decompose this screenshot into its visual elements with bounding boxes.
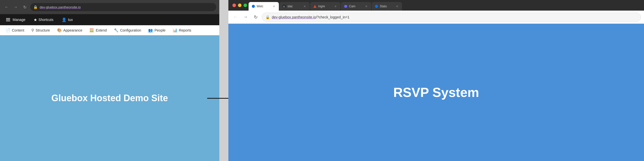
back-button[interactable]: ← [3, 4, 10, 11]
right-browser: Welc ✕ G slac ✕ ingre ✕ Cam ✕ [228, 0, 644, 161]
nav-appearance[interactable]: 🎨 Appearance [53, 25, 86, 35]
tabs-bar: Welc ✕ G slac ✕ ingre ✕ Cam ✕ [228, 0, 644, 11]
nav-configuration[interactable]: 🔧 Configuration [110, 25, 145, 35]
svg-point-3 [375, 5, 378, 8]
user-icon: 👤 [62, 17, 67, 22]
tab-favicon-slack: G [282, 5, 286, 8]
configuration-icon: 🔧 [114, 28, 119, 33]
tab-favicon-welcome [252, 5, 255, 8]
arrow-line [207, 98, 230, 99]
user-label: tux [68, 18, 73, 22]
security-icon: 🔒 [33, 5, 38, 9]
tab-label-welcome: Welc [257, 5, 270, 8]
right-refresh-button[interactable]: ↻ [252, 13, 260, 21]
address-bar-left[interactable]: 🔒 dev-gluebox.pantheonsite.io [30, 3, 216, 11]
tab-favicon-ingre [313, 5, 317, 8]
tab-cam[interactable]: Cam ✕ [341, 2, 371, 11]
minimize-window-button[interactable] [238, 4, 241, 7]
address-bar-right[interactable]: 🔒 dev-gluebox.pantheonsite.io/?check_log… [262, 13, 641, 22]
svg-marker-2 [313, 5, 316, 8]
extend-icon: 🧮 [89, 28, 94, 33]
nav-people-label: People [154, 28, 166, 32]
svg-point-0 [252, 5, 255, 8]
maximize-window-button[interactable] [244, 4, 247, 7]
nav-appearance-label: Appearance [63, 28, 83, 32]
address-text-right: dev-gluebox.pantheonsite.io/?check_logge… [272, 15, 350, 19]
manage-label: Manage [13, 18, 25, 22]
tab-slack[interactable]: G slac ✕ [279, 2, 310, 11]
left-browser: ← → ↻ 🔒 dev-gluebox.pantheonsite.io Mana… [0, 0, 220, 161]
right-security-icon: 🔒 [265, 15, 270, 19]
tab-close-status[interactable]: ✕ [395, 4, 399, 8]
nav-extend[interactable]: 🧮 Extend [86, 25, 110, 35]
tab-label-cam: Cam [349, 5, 363, 8]
shortcuts-label: Shortcuts [39, 18, 53, 22]
rsvp-title: RSVP System [393, 85, 479, 100]
nav-reports[interactable]: 📊 Reports [169, 25, 195, 35]
manage-toolbar-item[interactable]: Manage [2, 14, 30, 25]
tab-favicon-status [375, 5, 378, 8]
shortcuts-toolbar-item[interactable]: ★ Shortcuts [30, 14, 58, 25]
tab-label-status: Statu [380, 5, 393, 8]
star-icon: ★ [34, 17, 37, 22]
tab-close-welcome[interactable]: ✕ [272, 4, 276, 8]
tab-close-slack[interactable]: ✕ [303, 4, 307, 8]
nav-content-label: Content [12, 28, 24, 32]
svg-text:G: G [283, 5, 285, 8]
tab-close-cam[interactable]: ✕ [364, 4, 368, 8]
tab-close-ingre[interactable]: ✕ [333, 4, 337, 8]
nav-people[interactable]: 👥 People [145, 25, 169, 35]
people-icon: 👥 [148, 28, 153, 33]
right-back-button[interactable]: ← [231, 13, 239, 21]
appearance-icon: 🎨 [57, 28, 62, 33]
tab-label-slack: slac [287, 5, 301, 8]
left-chrome-bar: ← → ↻ 🔒 dev-gluebox.pantheonsite.io [0, 0, 219, 14]
close-window-button[interactable] [232, 4, 236, 7]
site-title: Gluebox Hosted Demo Site [51, 93, 168, 103]
hamburger-icon [6, 18, 10, 21]
drupal-nav: 📄 Content ⚲ Structure 🎨 Appearance 🧮 Ext… [0, 25, 219, 35]
nav-structure[interactable]: ⚲ Structure [28, 25, 53, 35]
content-icon: 📄 [6, 28, 10, 33]
reports-icon: 📊 [173, 28, 177, 33]
structure-icon: ⚲ [31, 28, 34, 33]
address-text-left: dev-gluebox.pantheonsite.io [40, 5, 213, 9]
nav-extend-label: Extend [96, 28, 107, 32]
right-chrome-bar: ← → ↻ 🔒 dev-gluebox.pantheonsite.io/?che… [228, 11, 644, 24]
right-main-content: RSVP System [228, 24, 644, 161]
nav-configuration-label: Configuration [120, 28, 141, 32]
tab-favicon-cam [344, 5, 347, 8]
right-forward-button[interactable]: → [241, 13, 250, 21]
admin-toolbar: Manage ★ Shortcuts 👤 tux [0, 14, 219, 25]
tab-status[interactable]: Statu ✕ [372, 2, 402, 11]
tab-ingre[interactable]: ingre ✕ [310, 2, 340, 11]
left-main-content: Gluebox Hosted Demo Site [0, 35, 219, 161]
tab-label-ingre: ingre [318, 5, 332, 8]
tab-welcome[interactable]: Welc ✕ [249, 2, 279, 11]
gap-area [220, 0, 228, 161]
nav-content[interactable]: 📄 Content [2, 25, 28, 35]
user-toolbar-item[interactable]: 👤 tux [58, 14, 77, 25]
nav-reports-label: Reports [179, 28, 191, 32]
refresh-button[interactable]: ↻ [21, 4, 28, 11]
forward-button[interactable]: → [12, 4, 19, 11]
nav-structure-label: Structure [36, 28, 50, 32]
